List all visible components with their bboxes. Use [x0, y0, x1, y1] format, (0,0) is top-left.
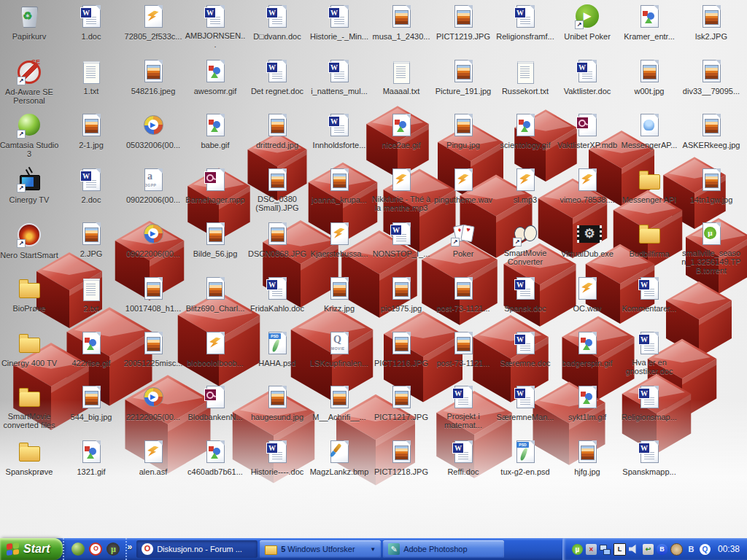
desktop-icon[interactable]: WProsjekt i matemat... — [433, 385, 494, 431]
desktop-icon[interactable]: musa_1_2430... — [371, 4, 432, 42]
desktop-icon[interactable]: Maaaal.txt — [371, 59, 432, 97]
desktop[interactable]: ♻PapirkurvSE↗Ad-Aware SE Personal↗Camtas… — [0, 0, 747, 538]
desktop-icon[interactable]: PSDHAHA.psd — [247, 331, 308, 369]
desktop-icon[interactable]: 20051225misc... — [123, 331, 184, 369]
desktop-icon[interactable]: alen.asf — [123, 440, 184, 478]
desktop-icon[interactable]: ▶09022006(00... — [123, 222, 184, 260]
desktop-icon[interactable]: 2.JPG — [61, 222, 122, 260]
utorrent-tray-icon[interactable]: µ — [572, 544, 583, 555]
desktop-icon[interactable]: 548216.jpeg — [123, 59, 184, 97]
desktop-icon[interactable]: Picture_191.jpg — [433, 59, 494, 97]
logitech-tray-icon[interactable]: L — [614, 543, 626, 556]
desktop-icon[interactable]: Nikkfurie - Thé à la menthe.mp3 — [371, 168, 432, 214]
desktop-icon[interactable]: PSDtux-g2-en.psd — [495, 440, 556, 478]
desktop-icon[interactable]: bloboololboob... — [185, 331, 246, 369]
desktop-icon[interactable]: post-73-1121... — [433, 331, 494, 369]
desktop-icon[interactable]: WReligionsframf... — [495, 4, 556, 42]
desktop-icon[interactable]: Cinergy 400 TV — [0, 331, 60, 369]
desktop-icon[interactable]: WSpanskmapp... — [619, 440, 680, 478]
task-button[interactable]: ODiskusjon.no - Forum ... — [136, 540, 258, 558]
desktop-icon[interactable]: sl.mp3 — [495, 168, 556, 206]
start-button[interactable]: Start — [0, 538, 63, 560]
desktop-icon[interactable]: ASKERkeeg.jpg — [681, 113, 742, 151]
desktop-icon[interactable]: DSCN0868.JPG — [247, 222, 308, 260]
desktop-icon[interactable]: WHistorie_-_Min... — [309, 4, 370, 42]
desktop-icon[interactable]: awesomr.gif — [185, 59, 246, 97]
desktop-icon[interactable]: WReligionsmap... — [619, 385, 680, 423]
desktop-icon[interactable]: Budbilfirma — [619, 222, 680, 260]
desktop-icon[interactable]: 2.txt — [61, 276, 122, 314]
desktop-icon[interactable]: scientology.gif — [495, 113, 556, 151]
desktop-icon[interactable]: 422riise.gif — [61, 331, 122, 369]
input-device-tray-icon[interactable] — [670, 543, 683, 556]
desktop-icon[interactable]: badgerspin.gif — [557, 331, 618, 369]
desktop-icon[interactable]: ▶↗Unibet Poker — [557, 4, 618, 42]
desktop-icon[interactable]: post-73-1121... — [433, 276, 494, 314]
desktop-icon[interactable]: ♻Papirkurv — [0, 4, 60, 42]
desktop-icon[interactable]: ⚙VirtualDub.exe — [557, 222, 618, 260]
desktop-icon[interactable]: 10017408_h1... — [123, 276, 184, 314]
desktop-icon[interactable]: babe.gif — [185, 113, 246, 151]
tray-clock[interactable]: 00:38 — [718, 544, 740, 554]
desktop-icon[interactable]: M__Achrifi__... — [309, 385, 370, 423]
desktop-icon[interactable]: a3GPP09022006(00... — [123, 168, 184, 206]
desktop-icon[interactable]: BlodbankenN... — [185, 385, 246, 423]
desktop-icon[interactable]: BioPrøve — [0, 276, 60, 314]
bluetooth-tray-icon[interactable]: B — [657, 544, 667, 555]
desktop-icon[interactable]: WDet regnet.doc — [247, 59, 308, 97]
desktop-icon[interactable]: SmartMovie converted files — [0, 385, 60, 431]
desktop-icon[interactable]: 2-1.jpg — [61, 113, 122, 151]
bluetooth-2-tray-icon[interactable]: B — [686, 544, 697, 555]
desktop-icon[interactable]: sykt1lm.gif — [557, 385, 618, 423]
desktop-icon[interactable]: W1.doc — [61, 4, 122, 42]
desktop-icon[interactable]: WNONSTOP_I_... — [371, 222, 432, 260]
desktop-icon[interactable]: lsk2.JPG — [681, 4, 742, 42]
desktop-icon[interactable]: WSpansk.doc — [495, 276, 556, 314]
desktop-icon[interactable]: c460adb7b61... — [185, 440, 246, 478]
volume-tray-icon[interactable] — [629, 544, 640, 555]
desktop-icon[interactable]: PICT1217.JPG — [371, 385, 432, 423]
quicktime-tray-icon[interactable]: Q — [700, 544, 711, 555]
desktop-icon[interactable]: Russekort.txt — [495, 59, 556, 97]
network-tray-icon[interactable] — [600, 544, 611, 555]
desktop-icon[interactable]: VaktlisterXP.mdb — [557, 113, 618, 151]
desktop-icon[interactable]: Wi_nattens_mul... — [309, 59, 370, 97]
desktop-icon[interactable]: MessengerAP... — [619, 113, 680, 151]
desktop-icon[interactable]: w00t.jpg — [619, 59, 680, 97]
desktop-icon[interactable]: ↗Cinergy TV — [0, 168, 60, 206]
desktop-icon[interactable]: ↗Camtasia Studio 3 — [0, 113, 60, 160]
desktop-icon[interactable]: joanna_krupa... — [309, 168, 370, 206]
desktop-icon[interactable]: PICT1218.JPG — [371, 440, 432, 478]
desktop-icon[interactable]: Kjaerstebussa... — [309, 222, 370, 260]
utorrent-quicklaunch-icon[interactable]: µ — [107, 542, 120, 556]
desktop-icon[interactable]: 544_big.jpg — [61, 385, 122, 423]
desktop-icon[interactable]: vimeo.78538.... — [557, 168, 618, 206]
desktop-icon[interactable]: pic1975.jpg — [371, 276, 432, 314]
desktop-icon[interactable]: WFridaKahlo.doc — [247, 276, 308, 314]
messenger-offline-tray-icon[interactable]: × — [586, 544, 597, 555]
media-player-quicklaunch-icon[interactable] — [71, 542, 85, 556]
task-button[interactable]: 5 Windows Utforsker▼ — [260, 540, 381, 558]
desktop-icon[interactable]: WSæremne.doc — [495, 331, 556, 369]
desktop-icon[interactable]: ▶22122005(00... — [123, 385, 184, 423]
desktop-icon[interactable]: nice2ae.gif — [371, 113, 432, 151]
desktop-icon[interactable]: 1321.gif — [61, 440, 122, 478]
desktop-icon[interactable]: 14tn1gw.jpg — [681, 168, 742, 206]
desktop-icon[interactable]: Kramer_entr... — [619, 4, 680, 42]
desktop-icon[interactable]: Pingu.jpg — [433, 113, 494, 151]
desktop-icon[interactable]: ♦♥↗Poker — [433, 222, 494, 260]
desktop-icon[interactable]: WHva er en gnostiker.doc — [619, 331, 680, 377]
desktop-icon[interactable]: haugesund.jpg — [247, 385, 308, 423]
desktop-icon[interactable]: WSæremneMan... — [495, 385, 556, 423]
desktop-icon[interactable]: PICT1219.JPG — [433, 4, 494, 42]
desktop-icon[interactable]: ▶05032006(00... — [123, 113, 184, 151]
desktop-icon[interactable]: DSC_0380 (Small).JPG — [247, 168, 308, 214]
desktop-icon[interactable]: MagzLankz.bmp — [309, 440, 370, 478]
desktop-icon[interactable]: pingutheme.wav — [433, 168, 494, 206]
desktop-icon[interactable]: WInnholdsforte... — [309, 113, 370, 151]
desktop-icon[interactable]: WVaktlister.doc — [557, 59, 618, 97]
quick-launch-overflow-chevron[interactable]: » — [127, 542, 132, 552]
desktop-icon[interactable]: Messenger API — [619, 168, 680, 206]
task-button[interactable]: ✎Adobe Photoshop — [383, 540, 504, 558]
desktop-icon[interactable]: Blitz690_Charl... — [185, 276, 246, 314]
